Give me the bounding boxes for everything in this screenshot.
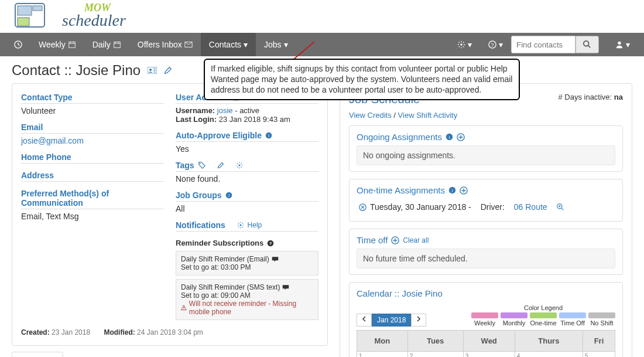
calendar-panel: Calendar :: Josie Pino Jan 2018 <box>349 282 623 357</box>
reminder-warning: Will not receive reminder - Missing mobi… <box>181 300 313 316</box>
add-ongoing-button[interactable] <box>457 133 465 141</box>
comment-icon <box>272 256 279 262</box>
nav-offers[interactable]: Offers Inbox <box>129 33 201 56</box>
logo: MOW scheduler <box>14 2 143 30</box>
days-inactive: # Days inactive: na <box>558 93 623 101</box>
email-link[interactable]: josie@gmail.com <box>21 136 84 145</box>
search-input[interactable] <box>511 36 576 53</box>
svg-point-24 <box>239 225 241 226</box>
svg-point-13 <box>584 41 589 46</box>
home-phone-heading: Home Phone <box>21 152 164 164</box>
tags-value: None found. <box>176 174 318 183</box>
reminder-email-box: Daily Shift Reminder (Email) Set to go a… <box>176 251 318 276</box>
svg-rect-7 <box>68 42 75 48</box>
svg-text:scheduler: scheduler <box>62 11 126 29</box>
notif-help-link[interactable]: Help <box>248 221 262 229</box>
tab-reminders[interactable]: Reminders (0) <box>65 352 135 357</box>
svg-rect-8 <box>114 42 121 48</box>
tags-icon <box>198 162 206 169</box>
info-icon[interactable]: i <box>225 192 232 199</box>
svg-point-27 <box>183 309 184 310</box>
nav-settings[interactable]: ▾ <box>449 33 480 56</box>
svg-rect-1 <box>18 6 32 15</box>
top-nav: Weekly Daily Offers Inbox Contacts ▾ Job… <box>0 33 644 56</box>
nav-help[interactable]: ? ▾ <box>480 33 511 56</box>
pref-comm-value: Email, Text Msg <box>21 212 164 221</box>
onetime-row: Tuesday, 30 January 2018 - Driver: 06 Ro… <box>357 199 615 215</box>
schedule-links: View Credits / View Shift Activity <box>349 111 623 120</box>
timeoff-empty: No future time off scheduled. <box>357 249 615 268</box>
info-icon[interactable]: i <box>448 186 456 194</box>
tab-notes[interactable]: Notes (0) <box>12 352 63 357</box>
info-icon[interactable]: i <box>446 133 453 141</box>
search-button[interactable] <box>576 36 599 53</box>
nav-weekly[interactable]: Weekly <box>30 33 84 56</box>
contact-type-value: Volunteer <box>21 106 164 115</box>
calendar-cell[interactable]: 2 <box>407 352 463 358</box>
onetime-heading: One-time Assignments i <box>357 185 615 195</box>
nav-jobs[interactable]: Jobs ▾ <box>256 33 296 56</box>
lastlogin-row: Last Login: 23 Jan 2018 9:43 am <box>176 115 318 124</box>
legend-swatch: Monthly <box>501 312 527 327</box>
auto-approve-tooltip: If marked eligible, shift signups by thi… <box>204 59 520 100</box>
meta-dates: Created: 23 Jan 2018 Modified: 24 Jan 20… <box>21 328 318 336</box>
address-heading: Address <box>21 171 164 182</box>
contact-details-panel: Contact Type Volunteer Email josie@gmail… <box>12 83 328 346</box>
calendar-cell[interactable]: 3 <box>463 352 515 358</box>
onetime-panel: One-time Assignments i Tuesday, 30 Janua… <box>349 179 623 222</box>
add-timeoff-button[interactable] <box>391 236 399 244</box>
calendar-cell[interactable]: 1 <box>357 352 408 358</box>
view-credits-link[interactable]: View Credits <box>349 111 392 120</box>
notif-gear-icon[interactable] <box>237 222 244 229</box>
calendar-cell[interactable]: 5 <box>583 352 615 358</box>
nav-daily[interactable]: Daily <box>84 33 129 56</box>
nav-user[interactable]: ▾ <box>607 33 638 56</box>
tags-edit-icon[interactable] <box>217 162 224 169</box>
month-label[interactable]: Jan 2018 <box>372 314 411 327</box>
remove-icon[interactable] <box>359 203 366 211</box>
next-month-button[interactable] <box>411 314 426 327</box>
zoom-icon[interactable] <box>557 203 564 211</box>
svg-text:?: ? <box>269 241 272 246</box>
route-link[interactable]: 06 Route <box>514 202 547 212</box>
svg-point-10 <box>460 43 463 46</box>
jobgroups-value: All <box>176 204 318 213</box>
timeoff-panel: Time off Clear all No future time off sc… <box>349 229 623 275</box>
view-activity-link[interactable]: View Shift Activity <box>398 111 458 120</box>
page-title: Contact :: Josie Pino <box>12 62 141 79</box>
calendar-day-header: Tues <box>407 331 463 352</box>
nav-clock[interactable] <box>6 33 30 56</box>
auto-approve-heading: Auto-Approve Eligible i <box>176 131 318 142</box>
nav-contacts[interactable]: Contacts ▾ <box>201 33 256 56</box>
svg-rect-3 <box>18 18 29 26</box>
tags-gear-icon[interactable] <box>236 162 243 169</box>
calendar-day-header: Fri <box>583 331 615 352</box>
calendar-heading: Calendar :: Josie Pino <box>357 288 615 298</box>
svg-text:i: i <box>449 135 450 140</box>
svg-text:i: i <box>452 188 453 193</box>
legend-swatch: Weekly <box>471 312 498 327</box>
timeoff-heading: Time off Clear all <box>357 235 615 245</box>
svg-point-16 <box>149 69 152 71</box>
logo-area: MOW scheduler <box>0 0 644 33</box>
notifications-heading: Notifications Help <box>176 220 318 232</box>
clear-all-link[interactable]: Clear all <box>403 236 429 244</box>
svg-point-20 <box>199 164 200 165</box>
tabs: Notes (0) Reminders (0) Relationships (0… <box>12 352 328 357</box>
reminder-subs-heading: Reminder Subscriptions ? <box>176 239 318 247</box>
help-icon[interactable]: ? <box>267 240 274 247</box>
prev-month-button[interactable] <box>357 314 372 327</box>
edit-icon[interactable] <box>164 66 172 74</box>
add-onetime-button[interactable] <box>460 186 468 195</box>
calendar-cell[interactable]: 4 <box>515 352 583 358</box>
ongoing-empty: No ongoing assignments. <box>357 145 615 165</box>
username-link[interactable]: josie <box>217 106 233 115</box>
legend-swatch: One-time <box>530 312 557 327</box>
vcard-icon[interactable] <box>148 67 157 74</box>
month-nav: Jan 2018 <box>357 314 426 327</box>
info-icon[interactable]: i <box>265 132 272 139</box>
username-row: Username: josie - active <box>176 106 318 115</box>
calendar-day-header: Thurs <box>515 331 583 352</box>
tab-relationships[interactable]: Relationships (0) <box>137 352 216 357</box>
legend-swatch: Time Off <box>559 312 586 327</box>
